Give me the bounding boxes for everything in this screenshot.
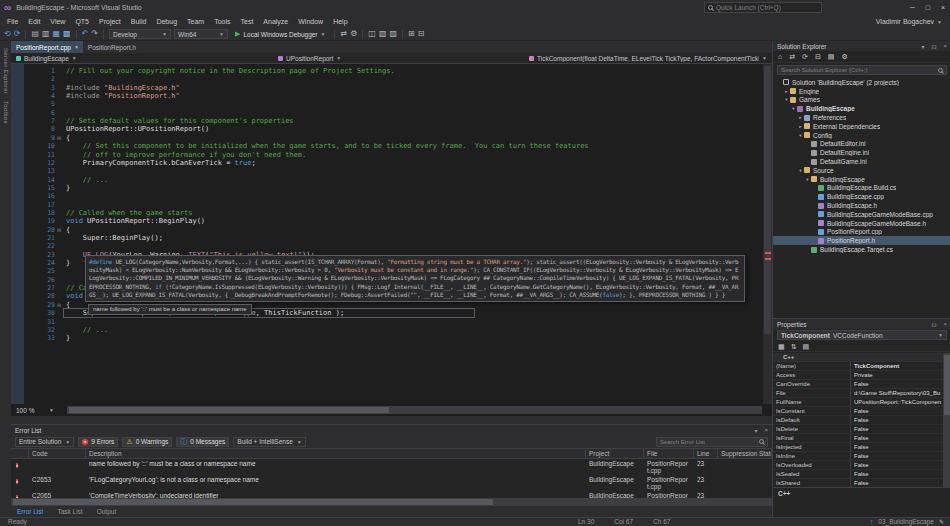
tree-item-buildingescape[interactable]: ▾BuildingEscape <box>773 175 950 184</box>
save-all-icon[interactable]: ▩ <box>63 28 71 40</box>
property-row-isfinal[interactable]: IsFinalFalse <box>773 434 943 443</box>
navigate-forward-icon[interactable]: ⟳ <box>14 28 21 40</box>
minimize-button[interactable]: ─ <box>910 4 915 11</box>
property-row-file[interactable]: Filed:\Game Stuff\Repository\03_Bu <box>773 389 943 398</box>
property-row-isdelete[interactable]: IsDeleteFalse <box>773 425 943 434</box>
column-header-file[interactable]: File <box>644 449 694 458</box>
chevron-collapsed-icon[interactable]: ▸ <box>797 115 804 120</box>
menu-tools[interactable]: Tools <box>209 18 235 25</box>
property-row-canoverride[interactable]: CanOverrideFalse <box>773 380 943 389</box>
tree-item-source[interactable]: ▾Source <box>773 166 950 175</box>
tree-item-defaultgame-ini[interactable]: DefaultGame.ini <box>773 157 950 166</box>
menu-view[interactable]: View <box>45 18 70 25</box>
warnings-toggle-button[interactable]: ⚠ 0 Warnings <box>122 437 172 447</box>
switch-views-icon[interactable]: ⇄ <box>789 51 795 62</box>
chevron-expanded-icon[interactable]: ▾ <box>797 133 804 138</box>
tree-item-config[interactable]: ▾Config <box>773 131 950 140</box>
find-in-files-icon[interactable]: ◫ <box>368 28 376 40</box>
column-header-suppression-state[interactable]: Suppression State <box>718 449 772 458</box>
comment-icon[interactable]: ▧ <box>379 28 387 40</box>
property-row-isdefault[interactable]: IsDefaultFalse <box>773 416 943 425</box>
chevron-expanded-icon[interactable]: ▾ <box>783 97 790 102</box>
column-header-code[interactable]: Code <box>29 449 86 458</box>
tree-item-buildingescapegamemodebase-h[interactable]: BuildingEscapeGameModeBase.h <box>773 219 950 228</box>
tree-item-buildingescape[interactable]: ▾BuildingEscape <box>773 104 950 113</box>
error-list-search-input[interactable]: Search Error List <box>656 437 768 447</box>
solution-platform-dropdown[interactable]: Win64 ▼ <box>174 29 228 39</box>
uncomment-icon[interactable]: ▨ <box>389 28 397 40</box>
menu-help[interactable]: Help <box>328 18 352 25</box>
menu-team[interactable]: Team <box>182 18 209 25</box>
properties-scrollbar[interactable] <box>943 353 950 488</box>
messages-toggle-button[interactable]: ⓘ 0 Messages <box>176 437 229 447</box>
menu-analyze[interactable]: Analyze <box>258 18 293 25</box>
chevron-collapsed-icon[interactable]: ▸ <box>797 124 804 129</box>
properties-object-dropdown[interactable]: TickComponent VCCodeFunction ▼ <box>777 330 947 340</box>
tab-positionreport-h[interactable]: PositionReport.h <box>83 41 141 53</box>
close-icon[interactable]: × <box>764 427 768 434</box>
property-pages-icon[interactable]: ▤ <box>803 341 810 352</box>
fold-collapse-icon[interactable]: ⊟ <box>57 301 61 309</box>
error-row-2[interactable]: ×C2653'FLogCategoryYourLog': is not a cl… <box>11 475 772 491</box>
maximize-button[interactable]: □ <box>926 4 930 11</box>
source-control-status[interactable]: ↑ 03_BuildingEscape ✎ <box>870 518 944 526</box>
property-row-name[interactable]: (Name)TickComponent <box>773 362 943 371</box>
code-editor[interactable]: 1// Fill out your copyright notice in th… <box>11 64 772 404</box>
home-icon[interactable]: ⌂ <box>778 51 782 62</box>
tree-item-engine[interactable]: ▸Engine <box>773 87 950 96</box>
categorized-icon[interactable]: ▦ <box>778 341 785 352</box>
chevron-expanded-icon[interactable]: ▾ <box>804 177 811 182</box>
column-header-icon[interactable] <box>11 449 29 458</box>
tree-item-buildingescape-cpp[interactable]: BuildingEscape.cpp <box>773 192 950 201</box>
scrollbar-thumb[interactable] <box>13 499 493 505</box>
errors-toggle-button[interactable]: × 9 Errors <box>78 437 118 447</box>
error-row-1[interactable]: ×name followed by '::' must be a class o… <box>11 459 772 475</box>
tree-item-buildingescape-target-cs[interactable]: BuildingEscape.Target.cs <box>773 245 950 254</box>
tree-item-positionreport-h[interactable]: PositionReport.h <box>773 236 950 245</box>
bookmark-icon[interactable]: ⊞ <box>408 28 415 40</box>
tree-item-solution-buildingescape-2-projects[interactable]: Solution 'BuildingEscape' (2 projects) <box>773 78 950 87</box>
column-header-project[interactable]: Project <box>586 449 644 458</box>
build-settings-icon[interactable]: ⚙ <box>350 28 357 40</box>
start-debugging-button[interactable]: ▶ Local Windows Debugger ▼ <box>231 30 329 38</box>
tree-item-buildingescape-h[interactable]: BuildingEscape.h <box>773 201 950 210</box>
panel-tab-error-list[interactable]: Error List <box>11 508 49 515</box>
property-row-isinjected[interactable]: IsInjectedFalse <box>773 443 943 452</box>
tree-item-defaultengine-ini[interactable]: DefaultEngine.ini <box>773 148 950 157</box>
editor-vertical-scrollbar[interactable] <box>763 64 772 404</box>
project-dropdown[interactable]: BuildingEscape ▼ <box>11 53 273 64</box>
tab-positionreport-cpp[interactable]: PositionReport.cpp × <box>11 41 83 53</box>
new-project-icon[interactable]: ▤ <box>31 28 39 40</box>
quick-launch-input[interactable]: Quick Launch (Ctrl+Q) <box>704 2 822 13</box>
scrollbar-thumb[interactable] <box>69 407 389 413</box>
fold-collapse-icon[interactable]: ⊟ <box>57 134 61 142</box>
chevron-collapsed-icon[interactable]: ▸ <box>783 89 790 94</box>
show-all-files-icon[interactable]: ▤ <box>828 51 835 62</box>
menu-test[interactable]: Test <box>236 18 259 25</box>
menu-edit[interactable]: Edit <box>23 18 45 25</box>
panel-tab-task-list[interactable]: Task List <box>51 508 88 515</box>
user-account-button[interactable]: Vladimir Bogachev ▼ <box>876 15 942 28</box>
chevron-expanded-icon[interactable]: ▾ <box>797 168 804 173</box>
column-header-description[interactable]: Description <box>86 449 586 458</box>
tree-item-games[interactable]: ▾Games <box>773 96 950 105</box>
navigate-backward-icon[interactable]: ⟲ <box>4 28 11 40</box>
menu-project[interactable]: Project <box>94 18 126 25</box>
scrollbar-thumb[interactable] <box>764 66 771 334</box>
redo-icon[interactable]: ↷ <box>91 28 98 40</box>
side-tab-server-explorer[interactable]: Server Explorer <box>3 48 9 94</box>
solution-configuration-dropdown[interactable]: Develop ▼ <box>109 29 171 39</box>
source-filter-dropdown[interactable]: Build + IntelliSense ▼ <box>233 437 305 447</box>
tree-item-defaulteditor-ini[interactable]: DefaultEditor.ini <box>773 140 950 149</box>
property-row-fullname[interactable]: FullNameUPositionReport::TickComponen <box>773 398 943 407</box>
column-header-line[interactable]: Line <box>694 449 718 458</box>
panel-menu-icon[interactable]: ▾ <box>921 43 924 50</box>
zoom-dropdown[interactable]: 100 % ▼ <box>13 405 57 415</box>
menu-file[interactable]: File <box>2 18 23 25</box>
close-icon[interactable]: × <box>943 321 947 328</box>
editor-horizontal-scrollbar[interactable] <box>67 406 762 414</box>
member-dropdown[interactable]: TickComponent(float DeltaTime, ELevelTic… <box>524 53 772 64</box>
property-row-issealed[interactable]: IsSealedFalse <box>773 470 943 479</box>
close-icon[interactable]: × <box>75 44 78 50</box>
chevron-expanded-icon[interactable]: ▾ <box>790 106 797 111</box>
